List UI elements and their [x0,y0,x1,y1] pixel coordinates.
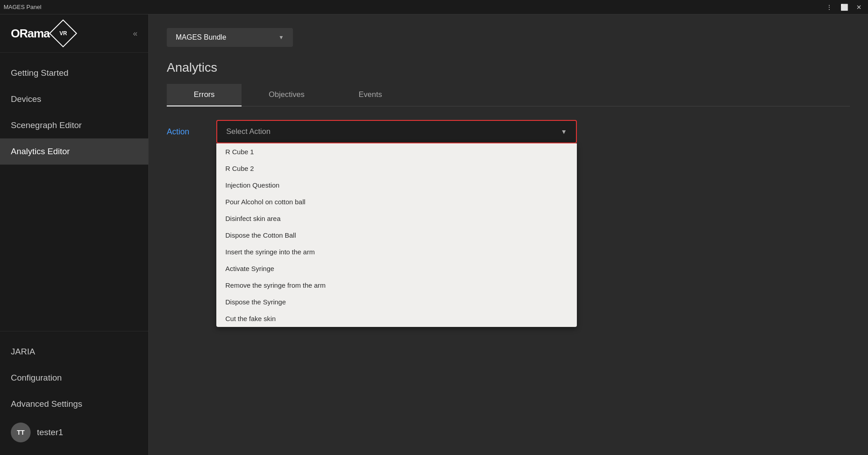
tab-events[interactable]: Events [332,84,409,106]
sidebar-item-configuration[interactable]: Configuration [0,365,148,391]
action-row: Action Select Action ▼ R Cube 1 R Cube 2… [167,120,850,143]
sidebar-nav: Getting Started Devices Scenegraph Edito… [0,53,148,331]
avatar: TT [11,423,31,442]
title-bar-controls: ⋮ ⬜ ✕ [823,3,864,12]
user-row[interactable]: TT tester1 [0,417,148,448]
sidebar-item-analytics-editor[interactable]: Analytics Editor [0,138,148,165]
main-content: MAGES Bundle ▼ Analytics Errors Objectiv… [149,14,868,455]
title-bar-menu-btn[interactable]: ⋮ [823,3,835,12]
bundle-dropdown[interactable]: MAGES Bundle ▼ [167,28,293,47]
select-action-wrapper: Select Action ▼ R Cube 1 R Cube 2 Inject… [216,120,577,143]
dropdown-item-2[interactable]: Injection Question [216,177,577,193]
sidebar: ORama VR « Getting Started Devices Scene… [0,14,149,455]
dropdown-item-7[interactable]: Activate Syringe [216,260,577,277]
sidebar-item-devices[interactable]: Devices [0,86,148,112]
dropdown-item-1[interactable]: R Cube 2 [216,160,577,177]
main-layout: ORama VR « Getting Started Devices Scene… [0,14,868,455]
sidebar-item-advanced-settings[interactable]: Advanced Settings [0,391,148,417]
sidebar-item-getting-started[interactable]: Getting Started [0,60,148,86]
tab-errors[interactable]: Errors [167,84,242,106]
dropdown-item-9[interactable]: Dispose the Syringe [216,294,577,310]
dropdown-item-3[interactable]: Pour Alcohol on cotton ball [216,193,577,210]
dropdown-item-6[interactable]: Insert the syringe into the arm [216,244,577,260]
dropdown-item-4[interactable]: Disinfect skin area [216,210,577,227]
bundle-dropdown-arrow-icon: ▼ [279,34,284,41]
logo: ORama VR [11,23,73,43]
action-label: Action [167,127,203,137]
dropdown-item-5[interactable]: Dispose the Cotton Ball [216,227,577,244]
tabs-container: Errors Objectives Events [167,84,850,106]
title-bar-restore-btn[interactable]: ⬜ [838,3,851,12]
sidebar-bottom: JARIA Configuration Advanced Settings TT… [0,331,148,455]
user-name: tester1 [37,427,63,437]
title-bar-close-btn[interactable]: ✕ [854,3,864,12]
collapse-sidebar-button[interactable]: « [133,29,137,38]
title-bar: MAGES Panel ⋮ ⬜ ✕ [0,0,868,14]
sidebar-item-jaria[interactable]: JARIA [0,339,148,365]
select-action-dropdown[interactable]: Select Action ▼ [216,120,577,143]
dropdown-item-10[interactable]: Cut the fake skin [216,310,577,327]
sidebar-header: ORama VR « [0,14,148,53]
logo-badge: VR [59,30,67,37]
sidebar-item-scenegraph-editor[interactable]: Scenegraph Editor [0,112,148,138]
action-dropdown-menu: R Cube 1 R Cube 2 Injection Question Pou… [216,143,577,327]
logo-text: ORama [11,27,50,41]
dropdown-item-8[interactable]: Remove the syringe from the arm [216,277,577,294]
select-action-placeholder: Select Action [226,127,270,136]
logo-diamond: VR [49,19,77,47]
tab-objectives[interactable]: Objectives [242,84,331,106]
title-bar-text: MAGES Panel [4,4,41,10]
page-title: Analytics [167,60,850,75]
bundle-dropdown-label: MAGES Bundle [176,33,226,41]
select-action-arrow-icon: ▼ [561,128,567,135]
dropdown-item-0[interactable]: R Cube 1 [216,143,577,160]
